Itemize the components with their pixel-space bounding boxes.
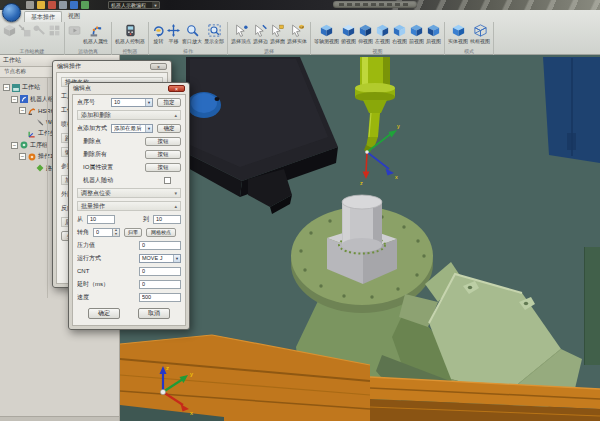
top-view-button[interactable]: 俯视图	[340, 23, 357, 45]
section-adjust-pose[interactable]: 调整点位姿 ▾	[77, 188, 181, 198]
program-mode-combo[interactable]: 机器人示教编程 ▼	[108, 1, 160, 9]
tab-active[interactable]: 基本操作	[24, 11, 62, 22]
grid-calibrate-button[interactable]: 网格校点	[146, 228, 176, 238]
point-number-value: 10	[112, 99, 145, 105]
spinner-arrows-icon[interactable]: ▲▼	[113, 228, 120, 237]
delete-point-button[interactable]: 按钮	[145, 137, 181, 147]
delete-point-label: 删除点	[77, 137, 145, 146]
viewport-3d[interactable]: z y x	[120, 55, 600, 421]
tree-column-divider	[47, 78, 48, 298]
select-face-icon	[271, 24, 284, 37]
select-vertex-icon	[235, 24, 248, 37]
select-face-button[interactable]: 选择面	[269, 23, 286, 45]
new-icon[interactable]	[26, 1, 34, 9]
section-add-delete[interactable]: 添加和删除 ▴	[77, 110, 181, 120]
motion-mode-combo[interactable]: MOVE J ▼	[139, 254, 181, 263]
solid-view-button[interactable]: 实体视图	[447, 23, 469, 45]
section-batch-operation[interactable]: 批量操作 ▴	[77, 201, 181, 211]
edit-operation-dialog-titlebar[interactable]: 编辑操作 ×	[53, 61, 171, 72]
tree-expander-icon[interactable]: −	[19, 107, 26, 114]
cancel-button[interactable]: 取消	[138, 308, 170, 319]
pick-point-button[interactable]: 指定	[157, 98, 181, 108]
tree-node-label: 工序组	[30, 141, 48, 150]
select-vertex-button[interactable]: 选择顶点	[230, 23, 252, 45]
iso-view-button[interactable]: 等轴测视图	[313, 23, 340, 45]
print-icon[interactable]	[59, 1, 67, 9]
ribbon-button-label: 左视图	[375, 38, 390, 44]
select-edge-button[interactable]: 选择边	[252, 23, 269, 45]
tree-expander-icon[interactable]: −	[11, 96, 18, 103]
tree-node-label: 工作站	[22, 83, 40, 92]
blue-fixture-disc	[187, 92, 221, 118]
save-icon[interactable]	[48, 1, 56, 9]
iso-view-icon	[320, 24, 333, 37]
ribbon-button-label: 选择顶点	[231, 38, 251, 44]
select-edge-icon	[254, 24, 267, 37]
new-station-icon	[3, 24, 16, 37]
left-view-button[interactable]: 左视图	[374, 23, 391, 45]
tab-inactive[interactable]: 视图	[62, 11, 86, 22]
tree-expander-icon[interactable]: −	[19, 153, 26, 160]
select-solid-button[interactable]: 选择实体	[286, 23, 308, 45]
simulation-button	[67, 23, 82, 38]
point-number-combo[interactable]: 10 ▼	[111, 98, 153, 107]
path-icon	[36, 164, 44, 172]
cnt-input[interactable]	[139, 267, 181, 276]
back-view-button[interactable]: 后视图	[425, 23, 442, 45]
add-mode-combo[interactable]: 添加在最后 ▼	[111, 124, 153, 133]
ribbon-button-label: 窗口放大	[182, 38, 202, 44]
tree-expander-icon[interactable]: −	[11, 142, 18, 149]
zoom-window-button[interactable]: 窗口放大	[181, 23, 203, 45]
fit-view-button[interactable]: 显示全部	[203, 23, 225, 45]
ribbon-group-label: 选择	[230, 48, 308, 55]
speed-input[interactable]	[139, 293, 181, 302]
section-batch-operation-label: 批量操作	[81, 202, 105, 211]
rotate-button[interactable]: 旋转	[151, 23, 166, 45]
speed-label: 速度	[77, 293, 139, 302]
station-node-icon	[12, 84, 20, 92]
io-settings-button[interactable]: 按钮	[145, 163, 181, 173]
wireframe-view-button[interactable]: 线框视图	[469, 23, 491, 45]
ribbon-button-label: 选择边	[253, 38, 268, 44]
pressure-input[interactable]	[139, 241, 181, 250]
rotate-icon	[152, 24, 165, 37]
robot-follow-checkbox[interactable]	[164, 177, 171, 184]
corner-angle-spinner[interactable]: ▲▼	[93, 228, 120, 237]
close-icon[interactable]: ×	[150, 63, 167, 70]
io-settings-row: IO属性设置 按钮	[77, 162, 181, 173]
ribbon: 基本操作视图 工作站构建机器人属性运动仿真机器人控制器控制器旋转平移窗口放大显示…	[0, 10, 600, 55]
delay-input[interactable]	[139, 280, 181, 289]
add-confirm-button[interactable]: 确定	[157, 124, 181, 134]
from-input[interactable]	[87, 215, 115, 224]
bottom-view-button[interactable]: 仰视图	[357, 23, 374, 45]
add-mode-row: 点添加方式 添加在最后 ▼ 确定	[77, 123, 181, 134]
pan-button[interactable]: 平移	[166, 23, 181, 45]
zero-button[interactable]: 归零	[124, 228, 142, 238]
application-menu-button[interactable]	[2, 3, 21, 22]
delete-all-button[interactable]: 按钮	[145, 150, 181, 160]
ribbon-group-label: 视图	[313, 48, 442, 55]
blue-wall-panel	[543, 57, 600, 163]
undo-icon[interactable]	[70, 1, 78, 9]
ok-button[interactable]: 确定	[88, 308, 120, 319]
pan-icon	[167, 24, 180, 37]
robot-properties-button[interactable]: 机器人属性	[82, 23, 109, 45]
chevron-down-icon[interactable]: ▼	[152, 2, 159, 8]
ribbon-button-label: 机器人控制器	[115, 38, 145, 44]
close-icon[interactable]: ×	[168, 85, 185, 92]
point-number-row: 点序号 10 ▼ 指定	[77, 97, 181, 108]
front-view-button[interactable]: 前视图	[408, 23, 425, 45]
section-adjust-pose-label: 调整点位姿	[81, 189, 111, 198]
help-icon[interactable]	[81, 1, 89, 9]
to-input[interactable]	[153, 215, 181, 224]
corner-angle-input[interactable]	[93, 228, 113, 237]
tree-node-label: 机器人组	[30, 95, 54, 104]
open-icon[interactable]	[37, 1, 45, 9]
robot-controller-button[interactable]: 机器人控制器	[114, 23, 146, 45]
edit-point-dialog: 编辑点 × 点序号 10 ▼ 指定 添加和删除 ▴ 点添加方式 添加在最后	[68, 82, 190, 330]
edit-point-dialog-titlebar[interactable]: 编辑点 ×	[69, 83, 189, 94]
ribbon-group-label: 操作	[151, 48, 225, 55]
right-view-button[interactable]: 右视图	[391, 23, 408, 45]
tree-expander-icon[interactable]: −	[3, 84, 10, 91]
solid-view-icon	[452, 24, 465, 37]
